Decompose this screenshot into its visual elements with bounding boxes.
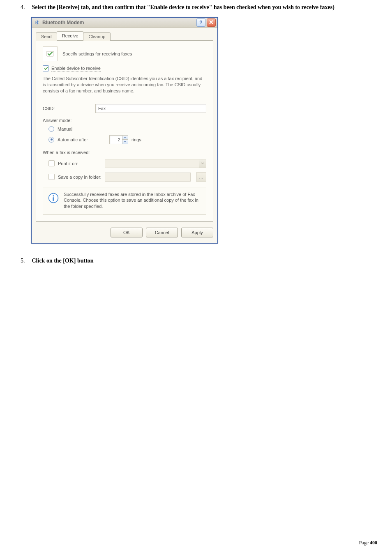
enable-device-row: Enable device to receive <box>43 65 206 71</box>
page-label: Page <box>359 540 369 546</box>
rings-spinner[interactable]: 2 <box>109 135 128 144</box>
info-text: Successfully received faxes are stored i… <box>64 191 202 210</box>
answer-mode-label: Answer mode: <box>43 118 206 123</box>
info-icon <box>47 191 60 210</box>
step-5-text: Click on the [OK] button <box>32 258 94 264</box>
csid-input[interactable]: Fax <box>95 104 206 113</box>
receive-tab-panel: Specify settings for receiving faxes Ena… <box>36 40 213 222</box>
save-copy-checkbox[interactable] <box>48 174 55 180</box>
enable-device-label: Enable device to receive <box>51 66 101 71</box>
page-number: 400 <box>370 540 377 546</box>
dialog-title: Bluetooth Modem <box>42 20 195 25</box>
info-frame: Successfully received faxes are stored i… <box>43 187 206 215</box>
apply-button[interactable]: Apply <box>181 228 213 237</box>
dialog-button-row: OK Cancel Apply <box>36 228 213 237</box>
print-it-checkbox[interactable] <box>48 160 55 166</box>
close-button[interactable] <box>207 18 216 27</box>
manual-radio-row: Manual <box>48 126 206 132</box>
ok-button-label: OK <box>123 230 130 235</box>
step-5-number: 5. <box>21 258 30 264</box>
browse-folder-button[interactable]: … <box>196 172 206 182</box>
tab-send-label: Send <box>41 34 52 39</box>
specify-settings-label: Specify settings for receiving faxes <box>62 51 132 56</box>
csid-row: CSID: Fax <box>43 104 206 113</box>
when-received-label: When a fax is received: <box>43 150 206 155</box>
cancel-button[interactable]: Cancel <box>146 228 178 237</box>
step-4-text: Select the [Receive] tab, and then confi… <box>32 4 334 10</box>
dialog-screenshot: Bluetooth Modem ? Send Receive Cleanup <box>31 17 380 244</box>
apply-button-label: Apply <box>191 230 203 235</box>
tab-cleanup-label: Cleanup <box>88 34 105 39</box>
help-button[interactable]: ? <box>196 18 205 27</box>
step-4-number: 4. <box>21 4 30 11</box>
save-copy-label: Save a copy in folder: <box>58 175 101 180</box>
csid-description: The Called Subscriber Identification (CS… <box>43 76 206 94</box>
spinner-down[interactable] <box>122 139 128 144</box>
step-5: 5. Click on the [OK] button <box>21 258 380 264</box>
titlebar: Bluetooth Modem ? <box>32 18 217 28</box>
manual-radio[interactable] <box>48 126 54 132</box>
rings-label: rings <box>131 137 141 142</box>
step-4: 4. Select the [Receive] tab, and then co… <box>21 4 380 11</box>
enable-device-checkbox[interactable] <box>43 65 49 71</box>
help-icon: ? <box>199 20 202 25</box>
print-it-label: Print it on: <box>58 161 101 166</box>
csid-value: Fax <box>98 106 106 111</box>
folder-path-input[interactable] <box>105 173 191 182</box>
chevron-down-icon <box>199 159 206 168</box>
page-footer: Page 400 <box>359 540 377 546</box>
bluetooth-modem-dialog: Bluetooth Modem ? Send Receive Cleanup <box>31 17 218 244</box>
spinner-arrows <box>122 136 128 144</box>
tab-receive-label: Receive <box>62 33 78 38</box>
cancel-button-label: Cancel <box>155 230 169 235</box>
tab-strip: Send Receive Cleanup <box>36 31 213 40</box>
csid-label: CSID: <box>43 106 91 111</box>
fax-device-icon <box>43 46 58 61</box>
ok-button[interactable]: OK <box>111 228 143 237</box>
tab-cleanup[interactable]: Cleanup <box>83 32 111 41</box>
close-icon <box>209 20 213 25</box>
ellipsis-icon: … <box>199 175 204 180</box>
svg-rect-3 <box>53 197 54 201</box>
dialog-body: Send Receive Cleanup Specify settings <box>32 28 217 243</box>
tab-send[interactable]: Send <box>36 32 57 41</box>
document-page: 4. Select the [Receive] tab, and then co… <box>0 0 392 555</box>
automatic-radio[interactable] <box>48 137 54 143</box>
specify-settings-row: Specify settings for receiving faxes <box>43 46 206 61</box>
spinner-up[interactable] <box>122 136 128 140</box>
save-copy-row: Save a copy in folder: … <box>48 172 206 182</box>
bluetooth-icon <box>34 20 40 25</box>
manual-radio-label: Manual <box>58 127 72 131</box>
rings-value: 2 <box>110 136 122 144</box>
automatic-radio-row: Automatic after 2 rings <box>48 135 206 144</box>
printer-select[interactable] <box>105 159 206 168</box>
print-it-row: Print it on: <box>48 159 206 168</box>
svg-point-2 <box>53 195 54 197</box>
tab-receive[interactable]: Receive <box>57 31 84 40</box>
automatic-radio-label: Automatic after <box>58 137 88 142</box>
